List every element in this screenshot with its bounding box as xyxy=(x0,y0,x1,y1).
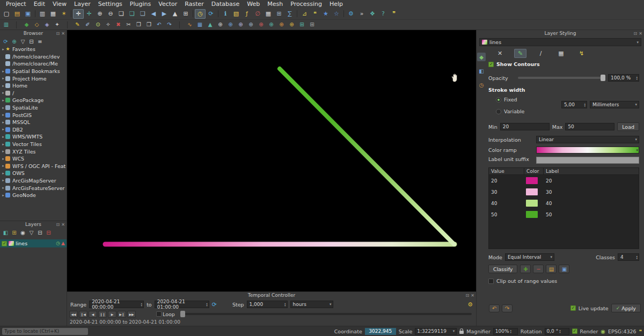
menu-item[interactable]: Help xyxy=(326,0,347,8)
python-console-button[interactable]: » xyxy=(356,9,367,19)
add-vector-tile-button[interactable]: ⊞ xyxy=(297,20,307,29)
float-panel-icon[interactable]: ⊡ xyxy=(56,221,60,228)
close-panel-icon[interactable]: ✕ xyxy=(471,292,474,299)
timeline-slider-handle[interactable] xyxy=(180,311,185,317)
add-selected-layers-button[interactable]: ⊕ xyxy=(10,38,18,45)
zoom-last-button[interactable]: ◀ xyxy=(148,9,159,19)
load-button[interactable]: Load xyxy=(617,122,639,131)
menu-item[interactable]: Layer xyxy=(70,0,94,8)
expand-arrow-icon[interactable]: ▸ xyxy=(1,149,5,154)
expand-arrow-icon[interactable]: ▸ xyxy=(1,171,5,176)
refresh-map-button[interactable]: ⟳ xyxy=(206,9,216,19)
close-panel-icon[interactable]: ✕ xyxy=(639,30,642,37)
browser-item-db2[interactable]: ▸ DB2 xyxy=(0,126,67,134)
menu-item[interactable]: Edit xyxy=(30,0,49,8)
expand-arrow-icon[interactable]: ▸ xyxy=(1,142,5,147)
collapse-all-button[interactable]: ⊟ xyxy=(27,38,35,45)
magnifier-spinbox[interactable]: 100% xyxy=(493,328,518,335)
expand-arrow-icon[interactable]: ▸ xyxy=(1,164,5,168)
statistical-summary-button[interactable]: ∑ xyxy=(284,9,295,19)
remove-class-button[interactable]: − xyxy=(533,265,544,273)
zoom-next-button[interactable]: ▶ xyxy=(159,9,170,19)
pause-button[interactable]: ❙❙ xyxy=(98,311,107,318)
new-temporary-layer-button[interactable]: ✦ xyxy=(52,20,62,29)
expand-arrow-icon[interactable]: ▸ xyxy=(1,106,5,110)
add-spatialite-button[interactable]: ⊕ xyxy=(236,20,246,29)
expand-arrow-icon[interactable]: ▸ xyxy=(1,178,5,182)
add-feature-button[interactable]: ⊙ xyxy=(93,20,103,29)
map-tips-button[interactable]: ❝ xyxy=(310,9,320,19)
stroke-unit-combo[interactable]: Millimeters▾ xyxy=(590,101,639,108)
cut-features-button[interactable]: ✂ xyxy=(123,20,134,29)
rewind-button[interactable]: ◀◀ xyxy=(69,311,78,318)
expand-arrow-icon[interactable]: ▸ xyxy=(1,186,5,190)
toggle-editing-button[interactable]: ✎ xyxy=(72,20,83,29)
layout-manager-button[interactable]: ▦ xyxy=(48,9,58,19)
color-swatch[interactable] xyxy=(526,188,538,195)
browser-item-vector-tiles[interactable]: ▸ Vector Tiles xyxy=(0,141,67,148)
pan-to-selection-button[interactable]: ✛ xyxy=(84,9,94,19)
menu-item[interactable]: Processing xyxy=(287,0,326,8)
show-contours-checkbox[interactable] xyxy=(488,62,494,67)
live-update-checkbox[interactable] xyxy=(570,305,576,311)
menu-item[interactable]: Raster xyxy=(181,0,207,8)
float-panel-icon[interactable]: ⊡ xyxy=(56,30,60,37)
expand-arrow-icon[interactable]: ▸ xyxy=(1,193,5,198)
new-bookmark-button[interactable]: ★ xyxy=(320,9,331,19)
save-edits-button[interactable]: ✐ xyxy=(83,20,93,29)
step-value-input[interactable]: 1,000 xyxy=(247,301,288,308)
mesh-tab-contours[interactable]: ✎ xyxy=(514,49,526,58)
layer-visibility-checkbox[interactable] xyxy=(2,241,7,246)
remove-layer-button[interactable]: ⊟ xyxy=(45,229,53,236)
vertex-tool-button[interactable]: ✧ xyxy=(103,20,113,29)
menu-item[interactable]: Project xyxy=(2,0,30,8)
mesh-tab-vectors[interactable]: ∕ xyxy=(535,49,547,58)
new-print-layout-button[interactable]: ▥ xyxy=(37,9,48,19)
expand-arrow-icon[interactable]: ▸ xyxy=(1,113,5,117)
zoom-full-button[interactable]: ❏ xyxy=(116,9,127,19)
spinner-arrows-icon[interactable] xyxy=(636,76,638,80)
add-group-button[interactable]: ⊞ xyxy=(10,229,18,236)
fast-forward-button[interactable]: ▶▶ xyxy=(127,311,136,318)
paste-features-button[interactable]: ❐ xyxy=(144,20,154,29)
style-redo-button[interactable]: ↷ xyxy=(502,304,513,312)
add-wfs-button[interactable]: ⊕ xyxy=(287,20,297,29)
frame-forward-button[interactable]: ▶ xyxy=(108,311,116,318)
lock-scale-icon[interactable] xyxy=(459,331,464,334)
mesh-tab-rendering[interactable]: ▦ xyxy=(555,49,567,58)
styling-tab-symbology[interactable]: ◆ xyxy=(477,53,486,61)
browser-item-spatial-bookmarks[interactable]: ▸ Spatial Bookmarks xyxy=(0,68,67,75)
undo-button[interactable]: ↶ xyxy=(154,20,164,29)
max-input[interactable]: 50 xyxy=(565,123,614,130)
filter-browser-button[interactable]: ▽ xyxy=(19,38,27,45)
temporal-controller-button[interactable]: ◷ xyxy=(195,9,206,19)
toolbar-separator[interactable] xyxy=(33,9,37,19)
stroke-width-spinbox[interactable]: 5,00 xyxy=(561,101,587,108)
new-project-button[interactable]: ▢ xyxy=(1,9,12,19)
spinner-arrows-icon[interactable] xyxy=(510,329,512,333)
browser-item-spatialite[interactable]: ▸ SpatiaLite xyxy=(0,104,67,112)
menu-item[interactable]: View xyxy=(49,0,70,8)
save-project-button[interactable]: ▣ xyxy=(23,9,33,19)
select-by-expression-button[interactable]: ƒ xyxy=(241,9,252,19)
browser-item-folder-dev[interactable]: /home/cloarec/dev xyxy=(0,53,67,61)
expand-arrow-icon[interactable]: ▸ xyxy=(1,69,5,74)
layer-item-lines[interactable]: lines ◷▲ xyxy=(0,239,67,247)
browser-item-folder-me[interactable]: /home/cloarec/Me xyxy=(0,60,67,68)
messages-icon[interactable]: ❝ xyxy=(639,328,642,334)
new-map-view-button[interactable]: ⊞ xyxy=(180,9,191,19)
expand-arrow-icon[interactable]: ▸ xyxy=(1,47,5,52)
load-classes-button[interactable]: ▤ xyxy=(546,265,557,273)
pan-map-button[interactable]: ✛ xyxy=(73,9,84,19)
browser-properties-button[interactable]: ≡ xyxy=(36,38,44,45)
select-features-button[interactable]: ▧ xyxy=(231,9,241,19)
locate-input[interactable]: Type to locate (Ctrl+K) xyxy=(2,328,88,335)
add-delimited-text-button[interactable]: ⊕ xyxy=(215,20,225,29)
plugin-manager-button[interactable]: ❖ xyxy=(367,9,378,19)
step-unit-combo[interactable]: hours▾ xyxy=(290,301,333,308)
zoom-out-button[interactable]: ⊖ xyxy=(105,9,116,19)
toolbar-separator[interactable] xyxy=(295,9,299,19)
rotation-spinbox[interactable]: 0,0 ° xyxy=(545,328,569,335)
timeline-slider[interactable] xyxy=(180,313,472,315)
scale-combo[interactable]: 1:32259119▾ xyxy=(415,328,457,335)
